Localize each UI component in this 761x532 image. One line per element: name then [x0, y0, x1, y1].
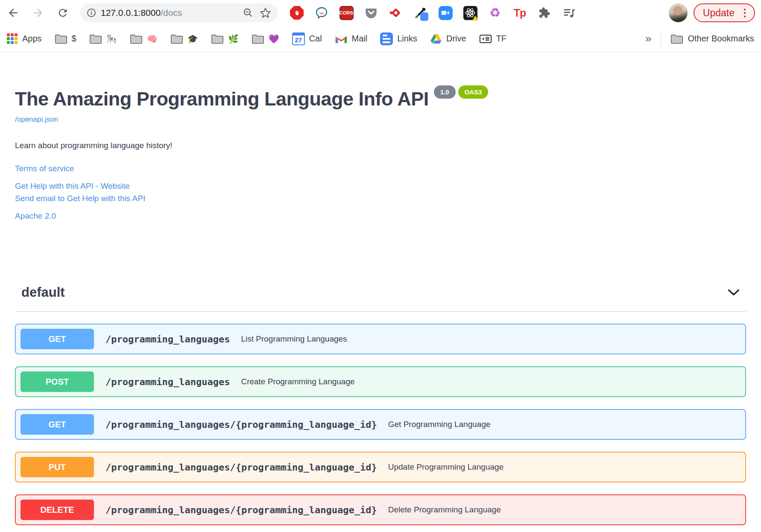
back-arrow-icon: [7, 6, 20, 19]
bookmark-label: Cal: [309, 34, 322, 44]
stop-hand-icon: [290, 6, 304, 20]
bookmark-folder-heart[interactable]: 💜: [252, 33, 279, 44]
google-drive-icon: [430, 33, 442, 44]
cors-extension-button[interactable]: CORS: [339, 6, 354, 20]
section-title: default: [21, 285, 65, 300]
bookmark-label: 🧠: [147, 34, 158, 44]
get-help-website-link[interactable]: Get Help with this API - Website: [15, 181, 746, 191]
method-badge: DELETE: [20, 500, 94, 520]
endpoint-row-list-languages[interactable]: GET /programming_languages List Programm…: [15, 324, 746, 354]
api-description: Learn about programming language history…: [15, 141, 746, 150]
profile-avatar[interactable]: [669, 3, 688, 22]
red-diamond-icon: [389, 6, 403, 20]
other-bookmarks-button[interactable]: Other Bookmarks: [670, 33, 754, 44]
page-title: The Amazing Programming Language Info AP…: [15, 88, 429, 110]
other-bookmarks-label: Other Bookmarks: [688, 34, 754, 44]
chrome-update-button[interactable]: Update ⋮: [694, 3, 755, 22]
bookmark-links[interactable]: Links: [380, 32, 417, 45]
forward-button[interactable]: [31, 6, 45, 20]
bookmark-label: Mail: [352, 34, 368, 44]
endpoint-row-update-language[interactable]: PUT /programming_languages/{programming_…: [15, 452, 746, 482]
folder-icon: [89, 33, 102, 44]
blue-swatch-icon: [420, 12, 428, 21]
folder-icon: [55, 33, 67, 44]
bookmark-folder-brain[interactable]: 🧠: [130, 33, 158, 44]
pocket-extension-button[interactable]: [364, 6, 378, 20]
react-atom-icon: [463, 6, 477, 20]
adblock-extension-button[interactable]: [290, 6, 304, 20]
bookmark-folder-carousel[interactable]: 🎠: [89, 33, 117, 44]
bookmark-folder-herb[interactable]: 🌿: [211, 33, 239, 44]
endpoint-path: /programming_languages/{programming_lang…: [105, 419, 377, 430]
gmail-icon: [335, 34, 348, 44]
zoom-extension-button[interactable]: [438, 6, 453, 20]
pocket-icon: [364, 6, 378, 20]
bookmark-apps[interactable]: Apps: [7, 33, 42, 44]
video-camera-icon: [439, 6, 453, 20]
folder-icon: [170, 33, 183, 44]
bookmark-star-button[interactable]: [259, 6, 272, 19]
license-link[interactable]: Apache 2.0: [15, 211, 746, 221]
chevron-down-icon[interactable]: [728, 289, 740, 296]
chat-extension-button[interactable]: [314, 6, 329, 20]
bookmark-label: Drive: [446, 34, 466, 44]
bookmark-gmail[interactable]: Mail: [335, 34, 368, 44]
reload-button[interactable]: [56, 6, 70, 20]
endpoint-row-get-language[interactable]: GET /programming_languages/{programming_…: [15, 409, 746, 440]
diamond-extension-button[interactable]: [389, 6, 403, 20]
star-icon: [260, 7, 271, 19]
endpoint-path: /programming_languages/{programming_lang…: [105, 505, 377, 515]
oas3-badge: OAS3: [458, 85, 489, 99]
bookmark-label: 💜: [269, 34, 279, 44]
zoom-out-button[interactable]: [242, 6, 255, 19]
google-calendar-icon: 27: [292, 32, 305, 45]
apps-grid-icon: [7, 33, 18, 44]
bookmark-label: TF: [496, 34, 506, 44]
react-devtools-extension-button[interactable]: [463, 6, 477, 20]
extensions-menu-button[interactable]: [537, 6, 552, 20]
reload-icon: [57, 7, 69, 19]
folder-icon: [130, 33, 143, 44]
recycle-extension-button[interactable]: ♻: [488, 6, 502, 20]
color-picker-extension-button[interactable]: [413, 6, 428, 20]
bookmark-label: Links: [397, 34, 417, 44]
recycle-icon: ♻: [489, 7, 501, 19]
bookmark-calendar[interactable]: 27 Cal: [292, 32, 322, 45]
bookmark-drive[interactable]: Drive: [430, 33, 466, 44]
playlist-extension-button[interactable]: [562, 6, 577, 20]
tp-extension-button[interactable]: Tp: [512, 6, 527, 20]
method-badge: PUT: [20, 457, 94, 477]
default-section-header[interactable]: default: [15, 285, 746, 312]
endpoint-summary: Delete Programming Language: [388, 505, 501, 514]
openapi-json-link[interactable]: /openapi.json: [15, 115, 58, 124]
endpoint-path: /programming_languages: [105, 377, 230, 387]
kebab-menu-icon[interactable]: ⋮: [740, 7, 750, 19]
warning-icon: [472, 15, 478, 20]
api-info-header: The Amazing Programming Language Info AP…: [15, 85, 746, 124]
site-info-icon[interactable]: [86, 8, 97, 18]
bookmark-label: 🌿: [228, 34, 239, 44]
bookmarks-overflow-button[interactable]: »: [645, 32, 651, 45]
back-button[interactable]: [6, 6, 20, 20]
folder-icon: [252, 33, 264, 44]
bookmarks-bar: Apps $ 🎠 🧠 🎓 🌿 💜 27 Cal Mail: [0, 26, 761, 52]
endpoint-row-create-language[interactable]: POST /programming_languages Create Progr…: [15, 366, 746, 397]
address-bar[interactable]: 127.0.0.1:8000/docs: [80, 3, 278, 22]
url-text[interactable]: 127.0.0.1:8000/docs: [101, 8, 182, 18]
url-host: 127.0.0.1:8000: [101, 8, 161, 18]
method-badge: GET: [20, 329, 94, 349]
endpoint-row-delete-language[interactable]: DELETE /programming_languages/{programmi…: [15, 494, 746, 525]
send-email-link[interactable]: Send email to Get Help with this API: [15, 194, 746, 203]
zoom-out-icon: [243, 7, 254, 18]
terms-of-service-link[interactable]: Terms of service: [15, 164, 746, 173]
bookmark-tf[interactable]: TF: [479, 33, 506, 44]
update-label: Update: [703, 7, 735, 19]
swagger-page: The Amazing Programming Language Info AP…: [0, 85, 761, 525]
folder-icon: [211, 33, 224, 44]
bookmark-label: 🎓: [187, 34, 198, 44]
folder-icon: [670, 33, 683, 44]
bookmark-folder-dollar[interactable]: $: [55, 33, 76, 44]
playlist-music-icon: [563, 6, 576, 19]
cors-icon: CORS: [340, 6, 354, 20]
bookmark-folder-grad-cap[interactable]: 🎓: [170, 33, 198, 44]
